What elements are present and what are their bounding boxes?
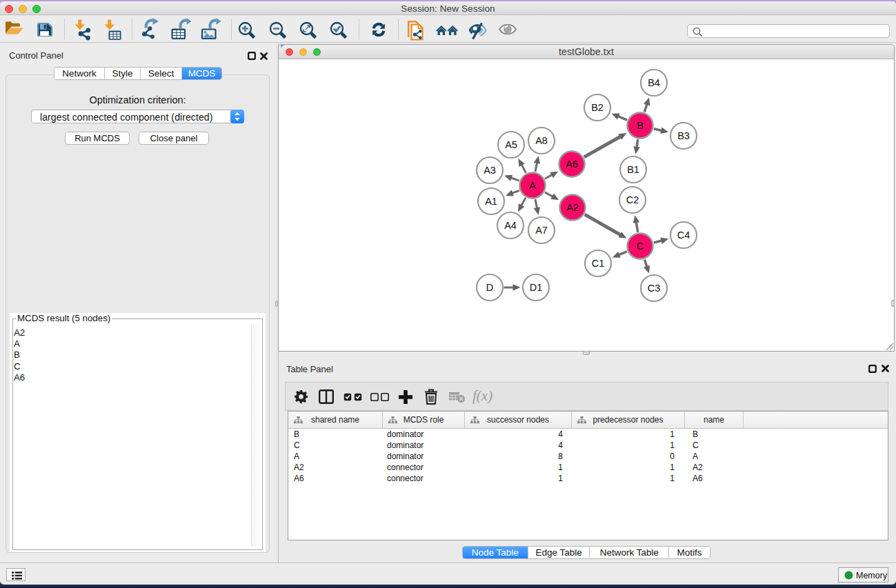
svg-text:D1: D1 — [530, 282, 543, 293]
svg-text:C1: C1 — [592, 258, 605, 269]
svg-text:C4: C4 — [677, 230, 690, 241]
svg-text:A8: A8 — [535, 135, 548, 146]
svg-text:A6: A6 — [566, 159, 578, 170]
svg-text:B3: B3 — [677, 130, 690, 141]
svg-text:D: D — [486, 282, 493, 293]
svg-text:A2: A2 — [566, 202, 579, 213]
svg-text:C3: C3 — [648, 283, 661, 294]
svg-text:A1: A1 — [485, 196, 497, 207]
svg-text:A4: A4 — [504, 220, 517, 231]
svg-text:B4: B4 — [648, 77, 660, 88]
svg-text:C2: C2 — [626, 194, 639, 205]
svg-text:A: A — [529, 180, 536, 191]
svg-text:B2: B2 — [591, 102, 604, 113]
svg-text:A5: A5 — [505, 139, 517, 150]
svg-text:A7: A7 — [535, 225, 548, 236]
svg-text:B: B — [637, 120, 644, 131]
svg-text:B1: B1 — [627, 164, 639, 175]
svg-text:A3: A3 — [484, 165, 496, 176]
svg-text:C: C — [637, 241, 644, 252]
